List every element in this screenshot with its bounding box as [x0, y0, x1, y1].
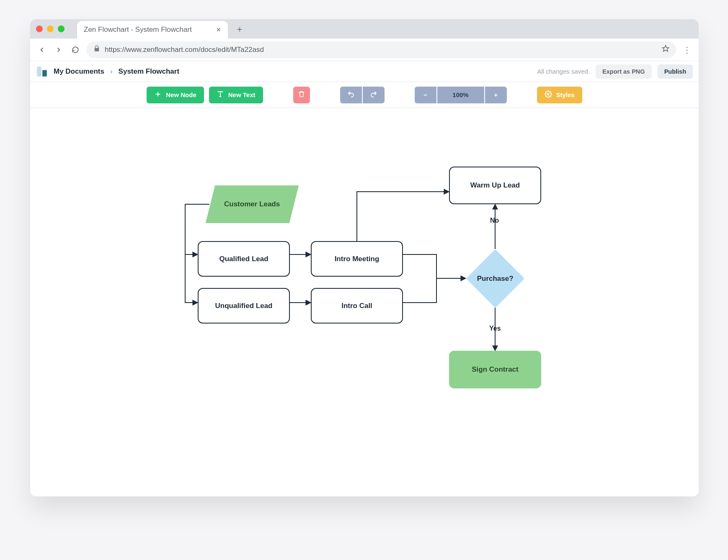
address-bar[interactable]: https://www.zenflowchart.com/docs/edit/M…	[86, 41, 676, 58]
styles-button[interactable]: Styles	[537, 87, 582, 103]
window-close-icon[interactable]	[36, 26, 43, 32]
app-header: My Documents › System Flowchart All chan…	[30, 61, 699, 82]
publish-button[interactable]: Publish	[658, 64, 693, 79]
gear-icon	[545, 90, 552, 99]
node-customer-leads[interactable]: Customer Leads	[210, 185, 294, 223]
styles-label: Styles	[556, 91, 575, 98]
browser-toolbar: https://www.zenflowchart.com/docs/edit/M…	[30, 39, 699, 61]
new-text-label: New Text	[228, 91, 256, 98]
node-intro-meeting[interactable]: Intro Meeting	[311, 241, 403, 277]
node-label: Purchase?	[477, 274, 514, 283]
browser-menu-icon[interactable]: ⋮	[681, 45, 693, 55]
app-logo-icon[interactable]	[36, 66, 48, 77]
minus-icon: −	[423, 91, 427, 98]
browser-tab[interactable]: Zen Flowchart - System Flowchart ✕	[77, 21, 228, 39]
undo-button[interactable]	[340, 87, 362, 103]
browser-tab-strip: Zen Flowchart - System Flowchart ✕ ＋	[30, 19, 699, 39]
stage: Zen Flowchart - System Flowchart ✕ ＋ htt…	[0, 0, 728, 560]
flowchart-canvas[interactable]: Customer Leads Qualified Lead Unqualifie…	[30, 108, 699, 496]
node-label: Customer Leads	[224, 200, 280, 208]
edge-label-yes: Yes	[489, 325, 501, 332]
edge-label-no: No	[490, 217, 499, 224]
breadcrumb-root[interactable]: My Documents	[54, 67, 104, 76]
node-unqualified-lead[interactable]: Unqualified Lead	[198, 288, 290, 324]
svg-marker-0	[663, 46, 669, 51]
chevron-right-icon: ›	[110, 67, 113, 76]
zoom-group: − 100% +	[415, 87, 507, 103]
node-qualified-lead[interactable]: Qualified Lead	[198, 241, 290, 277]
text-icon	[217, 90, 224, 99]
zoom-out-button[interactable]: −	[415, 87, 436, 103]
lock-icon	[93, 45, 101, 54]
new-node-label: New Node	[166, 91, 196, 98]
node-label: Unqualified Lead	[215, 302, 273, 310]
svg-rect-1	[37, 67, 41, 76]
breadcrumb-current[interactable]: System Flowchart	[119, 67, 180, 76]
node-label: Intro Call	[341, 302, 372, 310]
undo-redo-group	[340, 87, 385, 103]
svg-rect-2	[42, 70, 47, 76]
forward-button[interactable]	[53, 44, 65, 56]
plus-icon: +	[494, 91, 498, 98]
node-label: Sign Contract	[472, 365, 518, 374]
zoom-in-button[interactable]: +	[485, 87, 507, 103]
svg-point-7	[547, 93, 549, 95]
window-maximize-icon[interactable]	[58, 26, 65, 32]
undo-icon	[347, 90, 355, 99]
browser-tab-title: Zen Flowchart - System Flowchart	[84, 26, 210, 34]
node-intro-call[interactable]: Intro Call	[311, 288, 403, 324]
redo-button[interactable]	[363, 87, 385, 103]
new-tab-button[interactable]: ＋	[232, 23, 247, 35]
save-status: All changes saved.	[537, 68, 590, 75]
node-warm-up-lead[interactable]: Warm Up Lead	[449, 167, 541, 204]
trash-icon	[298, 90, 305, 99]
reload-button[interactable]	[70, 44, 81, 56]
plus-icon	[154, 90, 162, 99]
window-minimize-icon[interactable]	[47, 26, 54, 32]
new-node-button[interactable]: New Node	[147, 87, 204, 103]
zoom-value[interactable]: 100%	[437, 87, 484, 103]
node-purchase-decision[interactable]: Purchase?	[466, 249, 524, 308]
delete-button[interactable]	[293, 87, 310, 103]
close-tab-icon[interactable]: ✕	[216, 26, 221, 33]
new-text-button[interactable]: New Text	[209, 87, 263, 103]
app-toolbar: New Node New Text	[30, 82, 699, 108]
node-label: Warm Up Lead	[470, 181, 520, 190]
export-png-button[interactable]: Export as PNG	[596, 64, 652, 79]
node-label: Qualified Lead	[219, 255, 268, 263]
browser-window: Zen Flowchart - System Flowchart ✕ ＋ htt…	[30, 19, 699, 496]
node-label: Intro Meeting	[335, 255, 379, 263]
back-button[interactable]	[36, 44, 48, 56]
redo-icon	[370, 90, 377, 99]
bookmark-icon[interactable]	[662, 45, 669, 54]
node-sign-contract[interactable]: Sign Contract	[449, 351, 541, 388]
address-url: https://www.zenflowchart.com/docs/edit/M…	[105, 46, 264, 54]
window-controls	[36, 19, 73, 39]
